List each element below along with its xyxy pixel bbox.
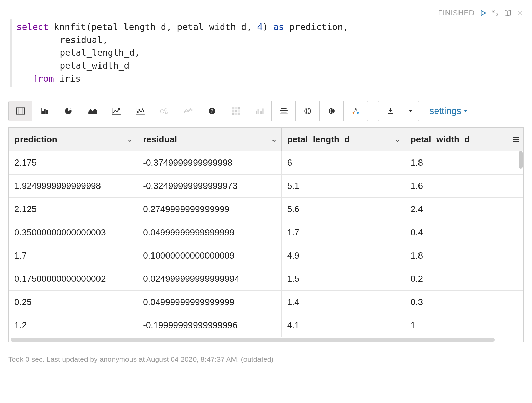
svg-point-24 (165, 112, 167, 114)
table-cell: 0.2 (405, 267, 523, 291)
area-chart-button[interactable] (80, 101, 104, 121)
svg-point-51 (357, 112, 359, 114)
table-row: 0.175000000000000020.0249999999999999941… (9, 267, 523, 291)
svg-rect-9 (42, 111, 44, 114)
table-cell: -0.32499999999999973 (137, 175, 281, 198)
gear-icon[interactable] (516, 9, 524, 17)
table-cell: 2.175 (9, 151, 137, 175)
table-cell: 6 (281, 151, 405, 175)
table-menu-button[interactable] (507, 128, 523, 151)
svg-rect-28 (235, 107, 237, 109)
svg-point-23 (164, 109, 167, 111)
heatmap-button[interactable] (224, 101, 248, 121)
chevron-down-icon: ⌄ (127, 136, 132, 143)
svg-rect-27 (232, 107, 234, 109)
collapse-icon[interactable] (492, 9, 499, 17)
table-cell: 0.4 (405, 221, 523, 244)
table-cell: 0.04999999999999999 (137, 221, 281, 244)
table-cell: 0.35000000000000003 (9, 221, 137, 244)
table-header-row: prediction⌄ residual⌄ petal_length_d⌄ pe… (9, 128, 523, 151)
svg-rect-36 (256, 111, 257, 114)
globe-button[interactable] (296, 101, 320, 121)
table-cell: 1.8 (405, 151, 523, 175)
table-row: 2.1250.27499999999999995.62.4 (9, 198, 523, 221)
table-cell: 2.125 (9, 198, 137, 221)
svg-rect-35 (237, 113, 240, 115)
table-row: 0.250.049999999999999991.40.3 (9, 291, 523, 314)
column-header[interactable]: petal_length_d⌄ (281, 128, 405, 151)
table-cell: 1.6 (405, 175, 523, 198)
code-editor[interactable]: select knnfit(petal_length_d, petal_widt… (10, 19, 524, 87)
grouped-bar-button[interactable] (248, 101, 272, 121)
table-cell: 4.1 (281, 314, 405, 337)
svg-point-52 (355, 108, 356, 110)
status-label: FINISHED (438, 9, 475, 17)
table-cell: 1.5 (281, 267, 405, 291)
column-header[interactable]: residual⌄ (137, 128, 281, 151)
table-cell: 1.7 (281, 221, 405, 244)
table-cell: 4.9 (281, 244, 405, 267)
result-table-wrap: prediction⌄ residual⌄ petal_length_d⌄ pe… (8, 127, 524, 342)
cell-controls (479, 9, 524, 17)
svg-point-21 (143, 111, 144, 112)
svg-line-54 (356, 110, 357, 112)
table-cell: 0.2749999999999999 (137, 198, 281, 221)
globe-filled-button[interactable] (320, 101, 344, 121)
horizontal-scrollbar[interactable] (9, 337, 523, 342)
execution-footer: Took 0 sec. Last updated by anonymous at… (8, 355, 524, 363)
table-cell: 5.6 (281, 198, 405, 221)
scatter-chart-button[interactable] (128, 101, 152, 121)
settings-link[interactable]: settings (429, 106, 468, 116)
chevron-down-icon: ⌄ (271, 136, 277, 143)
keyword-from: from (32, 73, 54, 84)
column-header[interactable]: prediction⌄ (9, 128, 137, 151)
svg-rect-31 (235, 110, 237, 112)
download-button[interactable] (378, 101, 402, 121)
svg-marker-57 (409, 110, 412, 112)
table-row: 0.350000000000000030.049999999999999991.… (9, 221, 523, 244)
help-button[interactable]: ? (200, 101, 224, 121)
cell-header: FINISHED (8, 9, 524, 17)
book-icon[interactable] (504, 9, 511, 17)
table-cell: 1.8 (405, 244, 523, 267)
result-toolbar: ? (8, 101, 524, 121)
bar-chart-button[interactable] (32, 101, 56, 121)
chevron-down-icon: ⌄ (395, 136, 400, 143)
trend-chart-button[interactable] (176, 101, 200, 121)
table-view-button[interactable] (9, 101, 32, 121)
download-dropdown-button[interactable] (402, 101, 419, 121)
chevron-down-icon (463, 109, 468, 113)
svg-point-22 (160, 110, 164, 113)
viz-button-group: ? (8, 101, 368, 121)
column-header[interactable]: petal_width_d⌄ (405, 128, 523, 151)
table-cell: 1.2 (9, 314, 137, 337)
svg-point-50 (353, 112, 354, 114)
svg-point-18 (139, 110, 140, 111)
vertical-scrollbar[interactable] (519, 151, 523, 169)
svg-rect-34 (235, 113, 237, 115)
table-cell: -0.3749999999999998 (137, 151, 281, 175)
text-align-button[interactable] (272, 101, 296, 121)
table-cell: 1.4 (281, 291, 405, 314)
table-cell: 0.024999999999999994 (137, 267, 281, 291)
table-cell: 0.3 (405, 291, 523, 314)
line-chart-button[interactable] (104, 101, 128, 121)
table-row: 1.2-0.199999999999999964.11 (9, 314, 523, 337)
svg-point-20 (142, 109, 143, 110)
svg-point-1 (519, 12, 521, 14)
result-table: prediction⌄ residual⌄ petal_length_d⌄ pe… (9, 128, 523, 337)
pie-chart-button[interactable] (56, 101, 80, 121)
run-icon[interactable] (479, 9, 487, 17)
svg-rect-37 (257, 109, 259, 114)
svg-line-53 (354, 110, 355, 112)
table-row: 2.175-0.374999999999999861.8 (9, 151, 523, 175)
svg-point-17 (137, 112, 138, 113)
svg-rect-33 (232, 113, 234, 115)
network-button[interactable] (344, 101, 368, 121)
svg-rect-29 (237, 107, 240, 109)
table-cell: 0.04999999999999999 (137, 291, 281, 314)
table-cell: 0.10000000000000009 (137, 244, 281, 267)
bubble-chart-button[interactable] (152, 101, 176, 121)
keyword-select: select (16, 22, 49, 32)
svg-rect-2 (16, 108, 25, 115)
